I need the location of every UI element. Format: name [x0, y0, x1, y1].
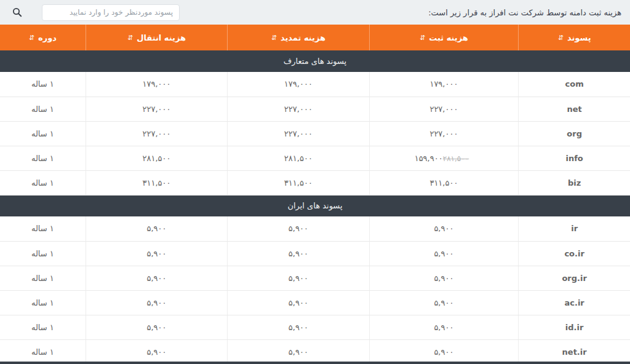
transfer-value: ۵,۹۰۰	[86, 241, 227, 266]
register-value: ۲۲۷,۰۰۰	[369, 97, 519, 121]
register-value: ۳۱۱,۵۰۰	[369, 170, 519, 195]
table-row-info: info۱۵۹,۹۰۰۲۸۱,۵۰۰۲۸۱,۵۰۰۲۸۱,۵۰۰۱ ساله	[0, 146, 630, 170]
period-value: ۱ ساله	[0, 339, 86, 364]
period-value: ۱ ساله	[0, 146, 86, 170]
extension-name: net.ir	[519, 339, 630, 364]
extension-name: org.ir	[519, 266, 630, 290]
search-icon	[12, 7, 22, 17]
column-header-period[interactable]: دوره⇵	[0, 25, 86, 50]
table-row-biz: biz۳۱۱,۵۰۰۳۱۱,۵۰۰۳۱۱,۵۰۰۱ ساله	[0, 170, 630, 195]
period-value: ۱ ساله	[0, 290, 86, 315]
register-value: ۵,۹۰۰	[369, 241, 519, 266]
table-row-org: org۲۲۷,۰۰۰۲۲۷,۰۰۰۲۲۷,۰۰۰۱ ساله	[0, 121, 630, 146]
sort-icon: ⇵	[127, 34, 133, 41]
column-label: پسوند	[567, 33, 591, 42]
extension-name: biz	[519, 170, 630, 195]
table-row-ac.ir: ac.ir۵,۹۰۰۵,۹۰۰۵,۹۰۰۱ ساله	[0, 290, 630, 315]
old-price-strikethrough: ۲۸۱,۵۰۰	[443, 154, 469, 163]
extension-name: id.ir	[519, 315, 630, 339]
period-value: ۱ ساله	[0, 266, 86, 290]
renew-value: ۵,۹۰۰	[228, 339, 369, 364]
register-value: ۵,۹۰۰	[369, 339, 519, 364]
period-value: ۱ ساله	[0, 72, 86, 97]
register-price-discounted: ۱۵۹,۹۰۰۲۸۱,۵۰۰	[369, 146, 519, 170]
column-label: دوره	[38, 33, 57, 42]
section-title: پسوند های ایران	[0, 195, 630, 216]
period-value: ۱ ساله	[0, 97, 86, 121]
section-title: پسوند های متعارف	[0, 50, 630, 72]
transfer-value: ۵,۹۰۰	[86, 339, 227, 364]
register-value: ۵,۹۰۰	[369, 290, 519, 315]
extension-name: info	[519, 146, 630, 170]
table-row-com: com۱۷۹,۰۰۰۱۷۹,۰۰۰۱۷۹,۰۰۰۱ ساله	[0, 72, 630, 97]
extension-name: ac.ir	[519, 290, 630, 315]
renew-value: ۲۸۱,۵۰۰	[228, 146, 369, 170]
period-value: ۱ ساله	[0, 241, 86, 266]
transfer-value: ۵,۹۰۰	[86, 266, 227, 290]
sort-icon: ⇵	[558, 34, 564, 41]
transfer-value: ۱۷۹,۰۰۰	[86, 72, 227, 97]
extension-name: net	[519, 97, 630, 121]
column-header-transfer[interactable]: هزینه انتقال⇵	[86, 25, 227, 50]
extension-name: com	[519, 72, 630, 97]
sort-icon: ⇵	[29, 34, 34, 41]
domain-pricing-table: پسوند⇵هزینه ثبت⇵هزینه تمدید⇵هزینه انتقال…	[0, 25, 630, 364]
section-header-row: پسوند های متعارف	[0, 50, 630, 72]
table-row-co.ir: co.ir۵,۹۰۰۵,۹۰۰۵,۹۰۰۱ ساله	[0, 241, 630, 266]
sort-icon: ⇵	[271, 34, 277, 41]
period-value: ۱ ساله	[0, 121, 86, 146]
register-value: ۵,۹۰۰	[369, 266, 519, 290]
section-header-row: پسوند های ایران	[0, 195, 630, 216]
renew-value: ۵,۹۰۰	[228, 266, 369, 290]
column-label: هزینه تمدید	[281, 33, 325, 42]
register-value: ۱۷۹,۰۰۰	[369, 72, 519, 97]
new-price: ۱۵۹,۹۰۰	[415, 154, 443, 163]
transfer-value: ۳۱۱,۵۰۰	[86, 170, 227, 195]
column-header-register[interactable]: هزینه ثبت⇵	[369, 25, 519, 50]
transfer-value: ۲۲۷,۰۰۰	[86, 97, 227, 121]
search-group	[6, 4, 180, 21]
column-label: هزینه انتقال	[137, 33, 186, 42]
transfer-value: ۵,۹۰۰	[86, 315, 227, 339]
register-value: ۵,۹۰۰	[369, 216, 519, 241]
renew-value: ۲۲۷,۰۰۰	[228, 121, 369, 146]
column-header-renew[interactable]: هزینه تمدید⇵	[228, 25, 369, 50]
column-header-ext[interactable]: پسوند⇵	[519, 25, 630, 50]
renew-value: ۵,۹۰۰	[228, 315, 369, 339]
renew-value: ۳۱۱,۵۰۰	[228, 170, 369, 195]
table-row-id.ir: id.ir۵,۹۰۰۵,۹۰۰۵,۹۰۰۱ ساله	[0, 315, 630, 339]
transfer-value: ۵,۹۰۰	[86, 216, 227, 241]
renew-value: ۵,۹۰۰	[228, 290, 369, 315]
renew-value: ۱۷۹,۰۰۰	[228, 72, 369, 97]
period-value: ۱ ساله	[0, 315, 86, 339]
sort-icon: ⇵	[420, 34, 425, 41]
transfer-value: ۲۸۱,۵۰۰	[86, 146, 227, 170]
extension-name: org	[519, 121, 630, 146]
extension-name: co.ir	[519, 241, 630, 266]
table-header: پسوند⇵هزینه ثبت⇵هزینه تمدید⇵هزینه انتقال…	[0, 25, 630, 50]
period-value: ۱ ساله	[0, 216, 86, 241]
search-button[interactable]	[6, 4, 28, 21]
period-value: ۱ ساله	[0, 170, 86, 195]
column-label: هزینه ثبت	[429, 33, 468, 42]
table-row-ir: ir۵,۹۰۰۵,۹۰۰۵,۹۰۰۱ ساله	[0, 216, 630, 241]
transfer-value: ۵,۹۰۰	[86, 290, 227, 315]
renew-value: ۲۲۷,۰۰۰	[228, 97, 369, 121]
topbar: هزینه ثبت دامنه توسط شرکت نت افراز به قر…	[0, 0, 630, 25]
register-value: ۲۲۷,۰۰۰	[369, 121, 519, 146]
search-input[interactable]	[42, 4, 180, 21]
table-row-net.ir: net.ir۵,۹۰۰۵,۹۰۰۵,۹۰۰۱ ساله	[0, 339, 630, 364]
register-value: ۵,۹۰۰	[369, 315, 519, 339]
extension-name: ir	[519, 216, 630, 241]
renew-value: ۵,۹۰۰	[228, 241, 369, 266]
next-section-partial	[0, 362, 630, 364]
renew-value: ۵,۹۰۰	[228, 216, 369, 241]
table-row-net: net۲۲۷,۰۰۰۲۲۷,۰۰۰۲۲۷,۰۰۰۱ ساله	[0, 97, 630, 121]
page-caption: هزینه ثبت دامنه توسط شرکت نت افراز به قر…	[428, 8, 621, 17]
transfer-value: ۲۲۷,۰۰۰	[86, 121, 227, 146]
table-row-org.ir: org.ir۵,۹۰۰۵,۹۰۰۵,۹۰۰۱ ساله	[0, 266, 630, 290]
